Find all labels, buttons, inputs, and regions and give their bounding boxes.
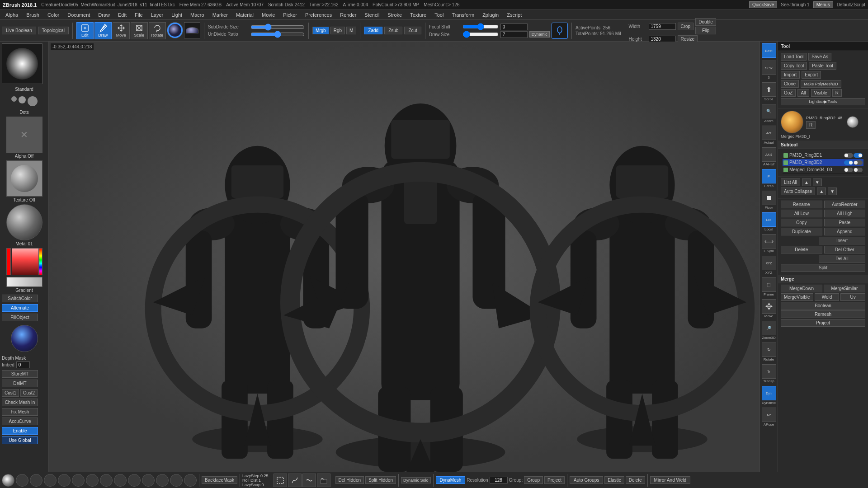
- material-preview[interactable]: [6, 204, 42, 240]
- project-button[interactable]: Project: [781, 319, 865, 327]
- brush-standard[interactable]: [2, 474, 14, 487]
- merge-down-button[interactable]: MergeDown: [781, 285, 822, 292]
- zcut-button[interactable]: Zcut: [404, 27, 421, 34]
- fill-object-button[interactable]: FillObject: [2, 314, 38, 321]
- split-hidden-button[interactable]: Split Hidden: [365, 476, 396, 484]
- backface-mask-button[interactable]: BackfaceMask: [202, 476, 237, 484]
- undivide-slider[interactable]: [250, 31, 305, 38]
- delete-button[interactable]: Delete: [781, 246, 822, 253]
- rotate-button[interactable]: Rotate: [149, 22, 166, 39]
- brush-snakeh[interactable]: [114, 474, 127, 487]
- auto-collapse-button[interactable]: Auto Collapse: [781, 188, 815, 195]
- quicksave-button[interactable]: QuickSave: [749, 1, 777, 8]
- aahalf-button[interactable]: AA½: [762, 147, 776, 162]
- floor-button[interactable]: ⬜: [762, 191, 776, 205]
- uv-button[interactable]: Uv: [840, 293, 865, 301]
- scroll-button[interactable]: ⬆: [762, 82, 776, 97]
- menu-movie[interactable]: Movie: [258, 11, 278, 19]
- copy-button[interactable]: Copy: [781, 219, 822, 226]
- del-all-button[interactable]: Del All: [819, 255, 865, 263]
- check-mesh-in-button[interactable]: Check Mesh In: [2, 399, 38, 406]
- crop-button[interactable]: Crop: [678, 23, 694, 30]
- split-button[interactable]: Split: [781, 264, 865, 272]
- menu-material[interactable]: Material: [232, 11, 257, 19]
- elastic-button[interactable]: Elastic: [604, 476, 624, 484]
- actual-button[interactable]: Act: [762, 126, 776, 140]
- del-hidden-button[interactable]: Del Hidden: [335, 476, 364, 484]
- m-button[interactable]: M: [346, 27, 356, 34]
- subtool-toggle-merged[interactable]: [844, 168, 853, 172]
- brush-hpolish[interactable]: [72, 474, 85, 487]
- color-picker[interactable]: [6, 248, 42, 275]
- menu-alpha[interactable]: Alpha: [2, 11, 22, 19]
- brush-dot-small[interactable]: [11, 96, 17, 102]
- texture-preview[interactable]: [6, 160, 42, 197]
- spix-button[interactable]: SPix: [762, 61, 776, 75]
- auto-groups-button[interactable]: Auto Groups: [570, 476, 603, 484]
- brush-rugasb[interactable]: [156, 474, 169, 487]
- menu-marker[interactable]: Marker: [209, 11, 231, 19]
- brush-claybui[interactable]: [30, 474, 42, 487]
- append-button[interactable]: Append: [824, 228, 866, 235]
- paste-button[interactable]: Paste: [824, 219, 866, 226]
- zoom-button[interactable]: 🔍: [762, 104, 776, 118]
- edit-button[interactable]: Edit: [76, 22, 94, 39]
- zoom3d-button[interactable]: 🔎: [762, 321, 776, 335]
- menu-tool[interactable]: Tool: [431, 11, 447, 19]
- slice-curve-icon[interactable]: [302, 474, 316, 487]
- cust2-button[interactable]: Cust2: [20, 389, 38, 397]
- visible-button[interactable]: Visible: [811, 89, 830, 97]
- menu-picker[interactable]: Picker: [279, 11, 301, 19]
- use-global-button[interactable]: Use Global: [2, 436, 38, 444]
- menu-render[interactable]: Render: [336, 11, 360, 19]
- move-button[interactable]: Move: [113, 22, 130, 39]
- all-low-button[interactable]: All Low: [781, 210, 822, 217]
- menus-button[interactable]: Menus: [813, 1, 833, 8]
- subtool-header[interactable]: Subtool: [778, 141, 868, 149]
- menu-brush[interactable]: Brush: [23, 11, 43, 19]
- move-3d-button[interactable]: [762, 299, 776, 314]
- rotate-3d-button[interactable]: ↻: [762, 343, 776, 357]
- export-button[interactable]: Export: [802, 71, 821, 79]
- merge-similar-button[interactable]: MergeSimilar: [824, 285, 865, 292]
- best-button[interactable]: Best: [762, 43, 776, 58]
- mirror-weld-button[interactable]: Mirror And Weld: [650, 476, 691, 484]
- enable-button[interactable]: Enable: [2, 427, 38, 435]
- brush-dam-st[interactable]: [58, 474, 71, 487]
- menu-edit[interactable]: Edit: [114, 11, 130, 19]
- alpha-preview[interactable]: ✕: [6, 117, 42, 153]
- subtool-vis-merged[interactable]: [854, 168, 863, 172]
- clone-button[interactable]: Clone: [781, 80, 799, 88]
- subtool-eye-ring3d2[interactable]: [783, 160, 788, 165]
- duplicate-button[interactable]: Duplicate: [781, 228, 822, 235]
- all-button[interactable]: All: [797, 89, 809, 97]
- apose-button[interactable]: AP: [762, 408, 776, 422]
- store-mt-button[interactable]: StoreMT: [2, 370, 38, 378]
- brush-dot-large[interactable]: [28, 96, 38, 106]
- current-tool-thumb[interactable]: [781, 111, 803, 133]
- live-boolean-button[interactable]: Live Boolean: [2, 27, 36, 34]
- list-down-arrow[interactable]: ▼: [813, 178, 822, 186]
- menu-preferences[interactable]: Preferences: [302, 11, 335, 19]
- brush-dot-medium[interactable]: [19, 96, 26, 103]
- brush-inflate[interactable]: [100, 474, 113, 487]
- dynamic-view-button[interactable]: Dyn: [762, 386, 776, 400]
- r-button[interactable]: R: [832, 89, 842, 97]
- zsub-button[interactable]: Zsub: [384, 27, 402, 34]
- weld-button[interactable]: Weld: [815, 293, 840, 301]
- subtool-ring3d2[interactable]: PM3D_Ring3D2: [783, 159, 863, 166]
- subtool-vis-ring3d1[interactable]: [854, 153, 863, 158]
- double-button[interactable]: Double: [695, 18, 716, 26]
- import-button[interactable]: Import: [781, 71, 800, 79]
- select-rect-icon[interactable]: [274, 474, 287, 487]
- persp-button[interactable]: P: [762, 169, 776, 183]
- del-other-button[interactable]: Del Other: [824, 246, 866, 253]
- brush-monste[interactable]: [184, 474, 197, 487]
- subtool-toggle-ring3d2[interactable]: [844, 160, 853, 165]
- menu-stencil[interactable]: Stencil: [361, 11, 383, 19]
- transp-button[interactable]: Tr: [762, 364, 776, 379]
- brush-smooth[interactable]: [86, 474, 99, 487]
- flip-button[interactable]: Flip: [695, 27, 716, 34]
- brush-snakec2[interactable]: [142, 474, 155, 487]
- draw-button[interactable]: Draw: [94, 22, 112, 39]
